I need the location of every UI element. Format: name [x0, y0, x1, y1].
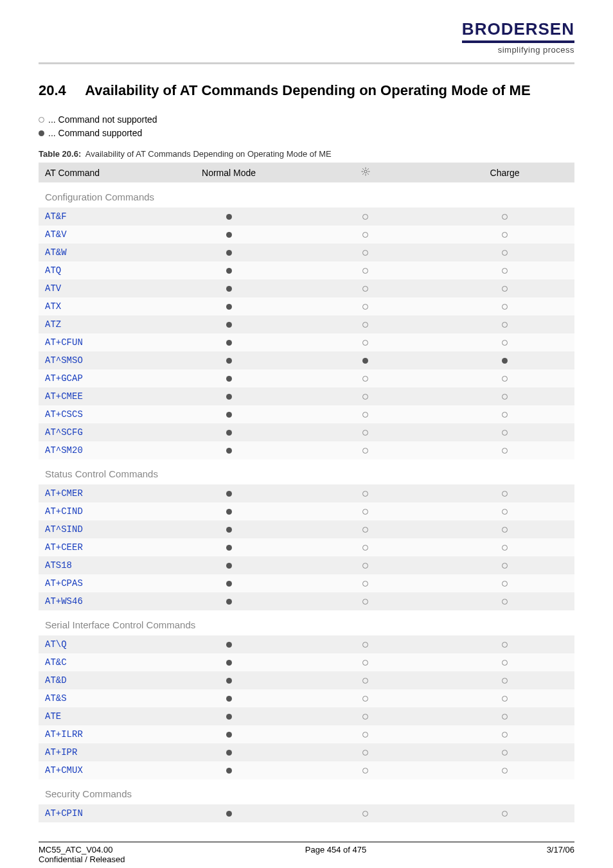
charge-cell [435, 441, 574, 459]
normal-mode-cell [162, 484, 296, 502]
open-circle-icon [362, 448, 368, 454]
at-command-cell[interactable]: AT+ILRR [39, 725, 162, 743]
open-circle-icon [502, 581, 508, 587]
charge-cell [435, 333, 574, 351]
charge-cell [435, 208, 574, 226]
alarm-mode-cell [296, 441, 435, 459]
at-command-cell[interactable]: AT&V [39, 226, 162, 244]
filled-circle-icon [226, 678, 232, 684]
normal-mode-cell [162, 208, 296, 226]
charge-cell [435, 538, 574, 556]
open-circle-icon [502, 509, 508, 515]
normal-mode-cell [162, 297, 296, 315]
footer-page-number: Page 454 of 475 [305, 845, 366, 864]
normal-mode-cell [162, 441, 296, 459]
open-circle-icon [502, 232, 508, 238]
open-circle-icon [362, 599, 368, 605]
open-circle-icon [502, 750, 508, 756]
filled-circle-icon [362, 358, 368, 364]
at-command-cell[interactable]: AT+CEER [39, 538, 162, 556]
open-circle-icon [502, 811, 508, 817]
at-command-cell[interactable]: AT+IPR [39, 743, 162, 761]
table-row: AT+CSCS [39, 405, 574, 423]
at-command-cell[interactable]: AT+CMEE [39, 387, 162, 405]
at-command-cell[interactable]: ATQ [39, 261, 162, 279]
at-command-cell[interactable]: ATS18 [39, 556, 162, 574]
table-row: AT^SM20 [39, 441, 574, 459]
filled-circle-icon [226, 286, 232, 292]
filled-circle-icon [226, 322, 232, 328]
normal-mode-cell [162, 761, 296, 779]
open-circle-icon [502, 394, 508, 400]
at-command-cell[interactable]: AT&D [39, 671, 162, 689]
filled-circle-icon [226, 448, 232, 454]
at-command-cell[interactable]: AT\Q [39, 635, 162, 653]
open-circle-icon [362, 678, 368, 684]
alarm-mode-cell [296, 707, 435, 725]
table-group-row: Security Commands [39, 779, 574, 804]
at-command-cell[interactable]: AT&C [39, 653, 162, 671]
at-command-cell[interactable]: AT+CFUN [39, 333, 162, 351]
table-row: AT+ILRR [39, 725, 574, 743]
footer-date: 3/17/06 [547, 845, 574, 864]
filled-circle-icon [502, 358, 508, 364]
filled-circle-icon [226, 214, 232, 220]
normal-mode-cell [162, 387, 296, 405]
open-circle-icon [362, 563, 368, 569]
table-row: AT+CMER [39, 484, 574, 502]
table-row: ATE [39, 707, 574, 725]
section-title: 20.4 Availability of AT Commands Dependi… [39, 82, 574, 99]
charge-cell [435, 556, 574, 574]
charge-cell [435, 423, 574, 441]
at-command-cell[interactable]: AT+GCAP [39, 369, 162, 387]
normal-mode-cell [162, 592, 296, 610]
at-command-cell[interactable]: AT+CIND [39, 502, 162, 520]
table-row: AT&V [39, 226, 574, 244]
at-command-cell[interactable]: AT+CMUX [39, 761, 162, 779]
alarm-mode-cell [296, 315, 435, 333]
at-command-cell[interactable]: AT^SMSO [39, 351, 162, 369]
filled-circle-icon [226, 750, 232, 756]
open-circle-icon [362, 376, 368, 382]
charge-cell [435, 520, 574, 538]
at-command-cell[interactable]: AT+CPIN [39, 804, 162, 822]
open-circle-icon [502, 527, 508, 533]
alarm-mode-cell [296, 351, 435, 369]
at-command-cell[interactable]: AT+CPAS [39, 574, 162, 592]
normal-mode-cell [162, 671, 296, 689]
at-command-cell[interactable]: ATE [39, 707, 162, 725]
normal-mode-cell [162, 653, 296, 671]
alarm-mode-cell [296, 592, 435, 610]
filled-circle-icon [226, 714, 232, 720]
at-command-cell[interactable]: ATV [39, 279, 162, 297]
table-row: AT^SCFG [39, 423, 574, 441]
normal-mode-cell [162, 226, 296, 244]
table-row: AT+CPAS [39, 574, 574, 592]
table-row: ATQ [39, 261, 574, 279]
page-header: BRODERSEN simplifying process [39, 19, 574, 58]
at-command-cell[interactable]: AT^SM20 [39, 441, 162, 459]
charge-cell [435, 279, 574, 297]
filled-circle-icon [226, 768, 232, 774]
filled-circle-icon [226, 304, 232, 310]
charge-cell [435, 315, 574, 333]
at-command-cell[interactable]: AT&F [39, 208, 162, 226]
at-command-cell[interactable]: AT+WS46 [39, 592, 162, 610]
at-command-cell[interactable]: AT+CSCS [39, 405, 162, 423]
open-circle-icon [39, 117, 44, 123]
normal-mode-cell [162, 369, 296, 387]
at-command-cell[interactable]: AT&W [39, 244, 162, 261]
normal-mode-cell [162, 423, 296, 441]
at-command-cell[interactable]: ATZ [39, 315, 162, 333]
normal-mode-cell [162, 261, 296, 279]
at-command-cell[interactable]: ATX [39, 297, 162, 315]
at-command-cell[interactable]: AT^SCFG [39, 423, 162, 441]
at-command-cell[interactable]: AT+CMER [39, 484, 162, 502]
alarm-mode-cell [296, 502, 435, 520]
svg-line-7 [368, 168, 369, 170]
at-command-cell[interactable]: AT&S [39, 689, 162, 707]
open-circle-icon [362, 527, 368, 533]
open-circle-icon [502, 768, 508, 774]
at-command-cell[interactable]: AT^SIND [39, 520, 162, 538]
table-group-row: Configuration Commands [39, 182, 574, 208]
